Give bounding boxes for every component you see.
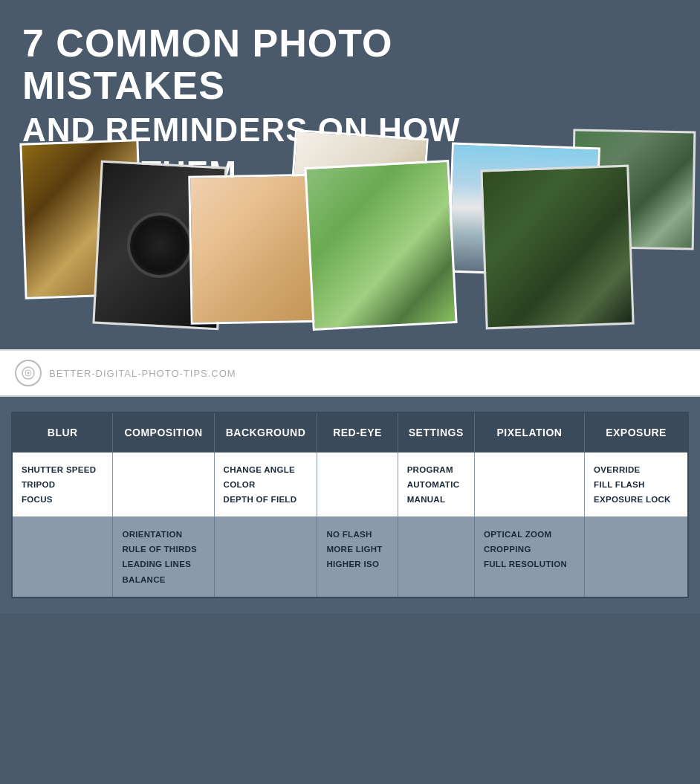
header-pixelation: PIXELATION — [474, 412, 584, 453]
blur-item-1: SHUTTER SPEED — [22, 464, 103, 476]
cell-pixelation-1 — [474, 453, 584, 517]
header-blur: BLUR — [12, 412, 113, 453]
header-section: 7 COMMON PHOTO MISTAKES AND REMINDERS ON… — [0, 0, 700, 349]
title-line2: AND REMINDERS ON HOW — [22, 111, 461, 148]
cell-background-1: CHANGE ANGLE COLOR DEPTH OF FIELD — [214, 453, 317, 517]
pixelation-items-2: OPTICAL ZOOM CROPPING FULL RESOLUTION — [484, 528, 575, 570]
composition-items-2: ORIENTATION RULE OF THIRDS LEADING LINES… — [122, 528, 204, 585]
comp-item-4: BALANCE — [122, 574, 204, 586]
table-row-2: ORIENTATION RULE OF THIRDS LEADING LINES… — [12, 517, 688, 597]
bg-item-2: COLOR — [224, 479, 308, 490]
comp-item-1: ORIENTATION — [122, 528, 204, 540]
cell-redeye-2: NO FLASH MORE LIGHT HIGHER ISO — [317, 517, 398, 597]
two-guys-photo — [480, 165, 634, 330]
main-title: 7 COMMON PHOTO MISTAKES AND REMINDERS ON… — [22, 22, 468, 192]
settings-item-1: PROGRAM — [407, 464, 465, 476]
redeye-item-3: HIGHER ISO — [326, 558, 388, 570]
redeye-items-2: NO FLASH MORE LIGHT HIGHER ISO — [326, 528, 388, 570]
cell-blur-1: SHUTTER SPEED TRIPOD FOCUS — [12, 453, 113, 517]
exposure-item-1: OVERRIDE — [594, 464, 678, 476]
red-eye-girl-photo — [188, 173, 339, 324]
table-row-1: SHUTTER SPEED TRIPOD FOCUS CHANGE ANGLE … — [12, 453, 688, 517]
comp-item-2: RULE OF THIRDS — [122, 543, 204, 555]
bg-item-1: CHANGE ANGLE — [224, 464, 308, 476]
blur-item-2: TRIPOD — [22, 479, 103, 490]
title-line1: 7 COMMON PHOTO MISTAKES — [22, 22, 392, 107]
exposure-item-3: EXPOSURE LOCK — [594, 493, 678, 505]
title-line3: TO FIX THEM — [22, 155, 237, 191]
table-section: BLUR COMPOSITION BACKGROUND RED-EYE SETT… — [0, 397, 700, 613]
pixel-item-3: FULL RESOLUTION — [484, 558, 575, 570]
header-exposure: EXPOSURE — [585, 412, 688, 453]
comp-item-3: LEADING LINES — [122, 558, 204, 570]
cell-exposure-1: OVERRIDE FILL FLASH EXPOSURE LOCK — [585, 453, 688, 517]
header-red-eye: RED-EYE — [317, 412, 398, 453]
redeye-item-2: MORE LIGHT — [326, 543, 388, 555]
greenhouse-photo — [571, 129, 696, 250]
cell-background-2 — [214, 517, 317, 597]
pixel-item-2: CROPPING — [484, 543, 575, 555]
header-background: BACKGROUND — [214, 412, 317, 453]
blur-item-3: FOCUS — [22, 493, 103, 505]
mistakes-table: BLUR COMPOSITION BACKGROUND RED-EYE SETT… — [11, 412, 689, 598]
redeye-item-1: NO FLASH — [326, 528, 388, 540]
cell-redeye-1 — [317, 453, 398, 517]
cell-pixelation-2: OPTICAL ZOOM CROPPING FULL RESOLUTION — [474, 517, 584, 597]
settings-item-2: AUTOMATIC — [407, 479, 465, 490]
settings-item-3: MANUAL — [407, 493, 465, 505]
header-settings: SETTINGS — [398, 412, 474, 453]
cell-settings-2 — [398, 517, 474, 597]
website-url: BETTER-DIGITAL-PHOTO-TIPS.COM — [49, 368, 236, 379]
cell-blur-2 — [12, 517, 113, 597]
cell-composition-1 — [113, 453, 214, 517]
website-bar: BETTER-DIGITAL-PHOTO-TIPS.COM — [0, 349, 700, 397]
cell-settings-1: PROGRAM AUTOMATIC MANUAL — [398, 453, 474, 517]
blur-items-1: SHUTTER SPEED TRIPOD FOCUS — [22, 464, 103, 505]
mountain-photo — [447, 143, 600, 278]
exposure-items-1: OVERRIDE FILL FLASH EXPOSURE LOCK — [594, 464, 678, 505]
settings-items-1: PROGRAM AUTOMATIC MANUAL — [407, 464, 465, 505]
cell-exposure-2 — [585, 517, 688, 597]
svg-point-2 — [27, 372, 30, 375]
bg-item-3: DEPTH OF FIELD — [224, 493, 308, 505]
header-composition: COMPOSITION — [113, 412, 214, 453]
camera-lens-icon — [15, 360, 42, 386]
pixel-item-1: OPTICAL ZOOM — [484, 528, 575, 540]
background-items-1: CHANGE ANGLE COLOR DEPTH OF FIELD — [224, 464, 308, 505]
cell-composition-2: ORIENTATION RULE OF THIRDS LEADING LINES… — [113, 517, 214, 597]
exposure-item-2: FILL FLASH — [594, 479, 678, 490]
table-header-row: BLUR COMPOSITION BACKGROUND RED-EYE SETT… — [12, 412, 688, 453]
